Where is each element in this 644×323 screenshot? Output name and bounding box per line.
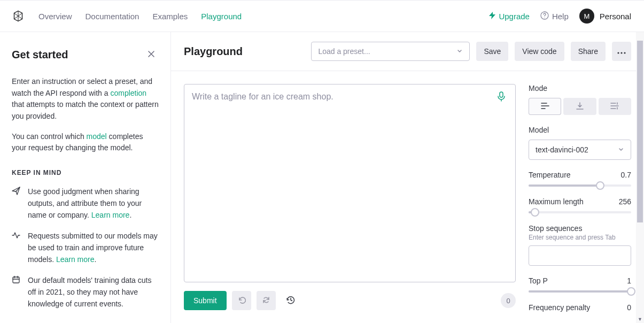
learn-more-link[interactable]: Learn more	[91, 211, 130, 219]
intro-text-2: that attempts to match the context or pa…	[12, 100, 159, 120]
submit-button[interactable]: Submit	[184, 291, 227, 310]
stop-sequences-setting: Stop sequences Enter sequence and press …	[529, 224, 631, 266]
mode-edit-button[interactable]	[599, 98, 631, 115]
model-label: Model	[529, 126, 631, 134]
nav-documentation[interactable]: Documentation	[86, 12, 139, 21]
main-nav: Overview Documentation Examples Playgrou…	[38, 12, 242, 21]
refresh-icon	[262, 296, 270, 306]
top-p-setting: Top P 1	[529, 276, 631, 293]
completion-link[interactable]: completion	[110, 89, 146, 97]
vertical-scrollbar[interactable]: ▼	[636, 32, 644, 323]
top-p-value: 1	[627, 276, 631, 285]
slider-thumb[interactable]	[531, 208, 539, 217]
account-menu[interactable]: M Personal	[579, 9, 631, 24]
dots-icon	[617, 47, 626, 56]
model-paragraph: You can control which model completes yo…	[12, 131, 159, 154]
max-length-slider[interactable]	[529, 211, 631, 213]
svg-rect-6	[500, 92, 503, 97]
preset-select[interactable]: Load a preset...	[311, 42, 470, 61]
mode-insert-button[interactable]	[563, 98, 596, 115]
stop-sequences-input[interactable]	[529, 245, 631, 266]
upgrade-link[interactable]: Upgrade	[489, 12, 530, 21]
editor-pane: Write a tagline for an ice cream shop. S…	[171, 71, 529, 323]
settings-panel: Mode	[529, 71, 644, 323]
tip-text-span: Our default models' training data cuts o…	[28, 276, 151, 307]
complete-mode-icon	[541, 102, 549, 111]
temperature-slider[interactable]	[529, 184, 631, 187]
stop-hint: Enter sequence and press Tab	[529, 234, 631, 241]
chevron-down-icon	[618, 145, 624, 154]
scrollbar-thumb[interactable]	[637, 41, 643, 222]
nav-overview[interactable]: Overview	[38, 12, 72, 21]
editor-placeholder: Write a tagline for an ice cream shop.	[192, 92, 490, 102]
undo-icon	[237, 296, 246, 306]
editor-footer: Submit	[184, 291, 516, 310]
svg-point-3	[617, 52, 619, 53]
learn-more-link[interactable]: Learn more	[56, 255, 95, 264]
scroll-down-arrow[interactable]: ▼	[636, 315, 644, 323]
mode-label: Mode	[529, 84, 631, 93]
microphone-button[interactable]	[496, 91, 508, 103]
close-icon	[148, 50, 155, 59]
help-link[interactable]: Help	[540, 11, 569, 21]
slider-fill	[529, 290, 631, 293]
top-p-slider[interactable]	[529, 290, 631, 293]
keep-in-mind-heading: KEEP IN MIND	[12, 169, 159, 176]
prompt-editor[interactable]: Write a tagline for an ice cream shop.	[184, 84, 516, 282]
header: Overview Documentation Examples Playgrou…	[0, 0, 644, 32]
close-button[interactable]	[144, 47, 159, 62]
mode-buttons	[529, 98, 631, 115]
main: Playground Load a preset... Save View co…	[171, 32, 644, 323]
page-title: Playground	[184, 45, 243, 58]
slider-thumb[interactable]	[627, 287, 635, 296]
stop-label: Stop sequences	[529, 224, 631, 233]
max-length-label: Maximum length	[529, 197, 584, 206]
model-setting: Model text-davinci-002	[529, 126, 631, 160]
para2-text-1: You can control which	[12, 132, 87, 141]
temperature-setting: Temperature 0.7	[529, 171, 631, 187]
model-link[interactable]: model	[87, 132, 107, 141]
preset-placeholder: Load a preset...	[318, 47, 370, 56]
mode-setting: Mode	[529, 84, 631, 115]
view-code-button[interactable]: View code	[515, 42, 564, 61]
tip-text: Requests submitted to our models may be …	[28, 230, 159, 265]
help-icon	[540, 11, 549, 21]
toolbar: Playground Load a preset... Save View co…	[171, 32, 644, 71]
svg-point-4	[620, 52, 622, 53]
tip-text: Use good judgment when sharing outputs, …	[28, 186, 159, 221]
help-label: Help	[552, 12, 569, 21]
history-icon	[286, 295, 296, 306]
chevron-down-icon	[456, 47, 463, 56]
sidebar-title: Get started	[12, 49, 68, 61]
svg-point-1	[544, 17, 545, 18]
model-select[interactable]: text-davinci-002	[529, 140, 631, 160]
slider-fill	[529, 184, 600, 187]
undo-button[interactable]	[232, 291, 251, 310]
max-length-label-row: Maximum length 256	[529, 197, 631, 206]
slider-thumb[interactable]	[596, 181, 604, 190]
calendar-icon	[12, 275, 20, 310]
freq-label-row: Frequency penalty 0	[529, 303, 631, 312]
edit-mode-icon	[610, 102, 619, 111]
period: .	[95, 255, 97, 264]
sidebar-header: Get started	[12, 47, 159, 62]
temperature-label: Temperature	[529, 171, 571, 179]
openai-logo[interactable]	[12, 10, 25, 22]
history-button[interactable]	[281, 291, 300, 310]
tip-item: Use good judgment when sharing outputs, …	[12, 186, 159, 221]
share-button[interactable]: Share	[571, 42, 606, 61]
max-length-value: 256	[619, 197, 631, 206]
token-count: 0	[501, 293, 516, 308]
freq-value: 0	[627, 303, 631, 312]
upgrade-label: Upgrade	[499, 12, 530, 21]
tip-item: Requests submitted to our models may be …	[12, 230, 159, 265]
temperature-label-row: Temperature 0.7	[529, 171, 631, 179]
nav-examples[interactable]: Examples	[152, 12, 188, 21]
mode-complete-button[interactable]	[529, 98, 561, 115]
avatar: M	[579, 9, 594, 24]
nav-playground[interactable]: Playground	[201, 12, 242, 21]
more-button[interactable]	[612, 42, 631, 61]
save-button[interactable]: Save	[476, 42, 508, 61]
activity-icon	[12, 231, 20, 265]
regenerate-button[interactable]	[257, 291, 276, 310]
